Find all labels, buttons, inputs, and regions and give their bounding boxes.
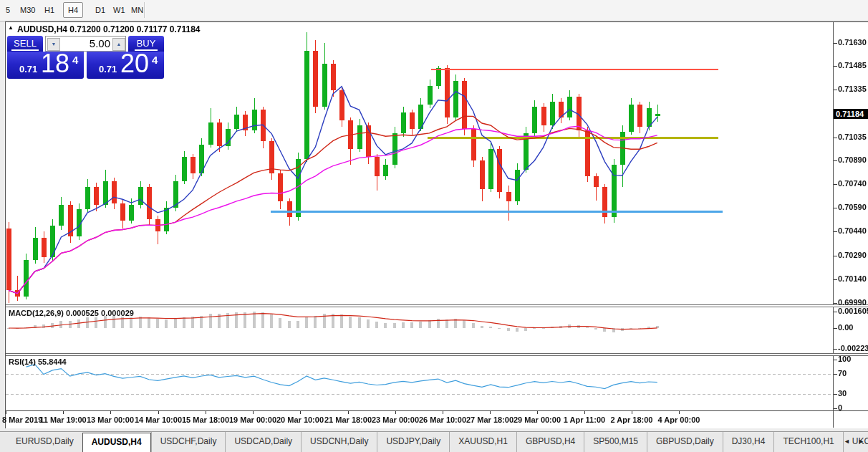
sell-button-label: SELL xyxy=(11,38,39,51)
rsi-indicator-label: RSI(14) 55.8444 xyxy=(9,357,67,366)
sell-price-button[interactable]: 0.71 18 4 xyxy=(7,52,84,79)
price-axis-label: 0.71035 xyxy=(838,133,867,141)
tab-gbpusd-daily[interactable]: GBPUSD,Daily xyxy=(647,432,723,452)
price-axis-label: 0.71485 xyxy=(838,61,867,69)
price-axis-separator xyxy=(833,22,834,428)
rsi-pane-splitter[interactable] xyxy=(6,353,868,356)
chart-collapse-icon[interactable]: ▲ xyxy=(8,24,14,31)
sell-price-prefix: 0.71 xyxy=(19,64,37,74)
time-axis-separator xyxy=(6,410,868,411)
tab-gbpusd-h4[interactable]: GBPUSD,H4 xyxy=(516,432,584,452)
price-axis-label: 0.71335 xyxy=(838,85,867,93)
tab-scroll-right-icon[interactable]: ► xyxy=(858,438,864,445)
macd-axis-label: 0.00 xyxy=(838,323,853,332)
price-axis-label: 0.70890 xyxy=(838,155,867,164)
rsi-axis-label: 30 xyxy=(838,389,847,398)
tab-usdcad-daily[interactable]: USDCAD,Daily xyxy=(225,432,301,452)
buy-price-pips: 20 xyxy=(120,49,149,79)
buy-price-fraction: 4 xyxy=(152,54,158,66)
price-axis-label: 0.70590 xyxy=(838,203,867,211)
buy-price-button[interactable]: 0.71 20 4 xyxy=(87,52,164,79)
tab-usdjpy-daily[interactable]: USDJPY,Daily xyxy=(377,432,449,452)
rsi-axis-label: 0 xyxy=(838,403,842,412)
sell-button[interactable]: SELL xyxy=(7,36,43,52)
tab-xauusd-h1[interactable]: XAUUSD,H1 xyxy=(449,432,516,452)
time-axis-label: 4 Apr 00:00 xyxy=(647,415,711,424)
macd-pane-splitter[interactable] xyxy=(6,304,868,307)
chevron-down-icon: ▼ xyxy=(52,42,57,47)
macd-axis-label: -0.002235 xyxy=(838,344,868,352)
price-axis-label: 0.69990 xyxy=(838,298,867,307)
tab-tech100-h1[interactable]: TECH100,H1 xyxy=(773,432,842,452)
chart-tabs: EURUSD,DailyAUDUSD,H4USDCHF,DailyUSDCAD,… xyxy=(7,432,868,452)
current-price-tag: 0.71184 xyxy=(834,109,868,119)
rsi-axis-label: 100 xyxy=(838,355,851,363)
tab-sp500-m15[interactable]: SP500,M15 xyxy=(584,432,647,452)
tab-dj30-h4[interactable]: DJ30,H4 xyxy=(723,432,774,452)
price-axis-label: 0.70440 xyxy=(838,226,867,235)
sell-price-fraction: 4 xyxy=(72,54,78,66)
sell-price-pips: 18 xyxy=(41,49,69,79)
rsi-axis-label: 70 xyxy=(838,369,847,378)
price-axis-label: 0.70740 xyxy=(838,179,867,188)
one-click-trading-panel: SELL ▼ 5.00 ▲ BUY 0.71 18 4 0.71 20 4 xyxy=(7,34,164,79)
chart-tab-bar: EURUSD,DailyAUDUSD,H4USDCHF,DailyUSDCAD,… xyxy=(0,431,868,452)
price-axis-label: 0.70140 xyxy=(838,274,867,283)
buy-price-prefix: 0.71 xyxy=(99,64,117,74)
tab-audusd-h4[interactable]: AUDUSD,H4 xyxy=(82,433,151,452)
macd-indicator-label: MACD(12,26,9) 0.000525 0.000029 xyxy=(9,309,134,317)
tab-eurusd-daily[interactable]: EURUSD,Daily xyxy=(7,432,82,452)
macd-axis-label: 0.001605 xyxy=(838,307,868,315)
tab-scroll-left-icon[interactable]: ◄ xyxy=(844,438,850,445)
tab-usdcnh-daily[interactable]: USDCNH,Daily xyxy=(301,432,377,452)
chart-ohlc-header: AUDUSD,H4 0.71200 0.71200 0.71177 0.7118… xyxy=(17,24,201,34)
price-axis-label: 0.71630 xyxy=(838,38,867,47)
chevron-up-icon: ▲ xyxy=(117,42,122,47)
price-axis-label: 0.70290 xyxy=(838,251,867,259)
tab-usdchf-daily[interactable]: USDCHF,Daily xyxy=(151,432,226,452)
